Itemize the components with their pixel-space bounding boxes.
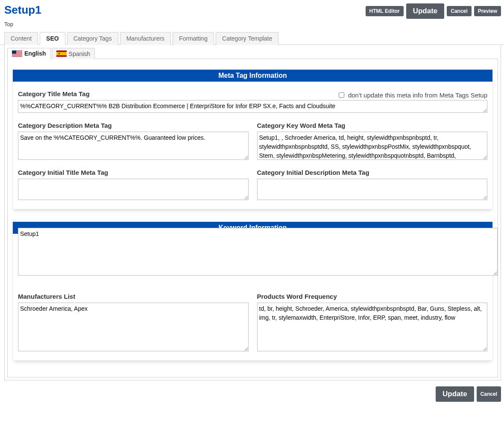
products-word-frequency-label: Products Word Frequency <box>257 293 488 300</box>
preview-button[interactable]: Preview <box>474 6 501 16</box>
initial-description-input[interactable] <box>257 179 488 200</box>
svg-rect-10 <box>59 53 60 54</box>
category-keyword-label: Category Key Word Meta Tag <box>257 122 488 129</box>
meta-tag-info-card: Meta Tag Information Category Title Meta… <box>12 69 493 209</box>
dont-update-label: don't update this meta info from Meta Ta… <box>348 91 487 99</box>
manufacturers-list-label: Manufacturers List <box>18 293 249 300</box>
category-title-input[interactable] <box>18 100 487 113</box>
dont-update-checkbox-wrap[interactable]: don't update this meta info from Meta Ta… <box>337 91 487 99</box>
svg-rect-6 <box>12 56 22 56</box>
svg-rect-7 <box>12 50 16 54</box>
category-keyword-input[interactable] <box>257 132 488 160</box>
dont-update-checkbox[interactable] <box>339 92 344 98</box>
category-description-label: Category Description Meta Tag <box>18 122 249 129</box>
initial-title-input[interactable] <box>18 179 249 200</box>
category-title-label: Category Title Meta Tag <box>18 90 337 97</box>
svg-rect-5 <box>12 55 22 55</box>
keywords-input[interactable] <box>18 228 498 276</box>
main-tabs: Content SEO Category Tags Manufacturers … <box>0 32 504 45</box>
tab-category-tags[interactable]: Category Tags <box>67 32 118 45</box>
tab-category-template[interactable]: Category Template <box>216 32 278 45</box>
breadcrumb[interactable]: Top <box>4 21 366 27</box>
lang-tab-spanish[interactable]: Spanish <box>52 48 95 59</box>
initial-title-label: Category Initial Title Meta Tag <box>18 169 249 176</box>
update-button-top[interactable]: Update <box>406 3 445 19</box>
initial-description-label: Category Initial Description Meta Tag <box>257 169 488 176</box>
svg-rect-9 <box>56 52 67 56</box>
manufacturers-list-input[interactable] <box>18 303 249 351</box>
lang-tab-spanish-label: Spanish <box>69 50 91 57</box>
update-button-bottom[interactable]: Update <box>436 386 474 402</box>
flag-us-icon <box>12 50 22 57</box>
lang-tab-english-label: English <box>24 50 46 57</box>
page-title: Setup1 <box>4 3 366 17</box>
products-word-frequency-input[interactable] <box>257 303 488 351</box>
tab-formatting[interactable]: Formatting <box>173 32 214 45</box>
category-description-input[interactable] <box>18 132 249 160</box>
tab-seo[interactable]: SEO <box>40 32 65 45</box>
tab-manufacturers[interactable]: Manufacturers <box>120 32 171 45</box>
html-editor-button[interactable]: HTML Editor <box>366 6 404 16</box>
svg-rect-4 <box>12 54 22 54</box>
cancel-button-top[interactable]: Cancel <box>447 6 471 16</box>
language-tabs: English Spanish <box>7 47 498 59</box>
meta-tag-info-header: Meta Tag Information <box>13 70 492 82</box>
lang-tab-english[interactable]: English <box>7 48 51 59</box>
flag-es-icon <box>56 50 67 57</box>
keyword-info-card: Keyword Information Manufacturers List P… <box>12 221 493 361</box>
tab-content[interactable]: Content <box>4 32 38 45</box>
cancel-button-bottom[interactable]: Cancel <box>477 386 501 402</box>
